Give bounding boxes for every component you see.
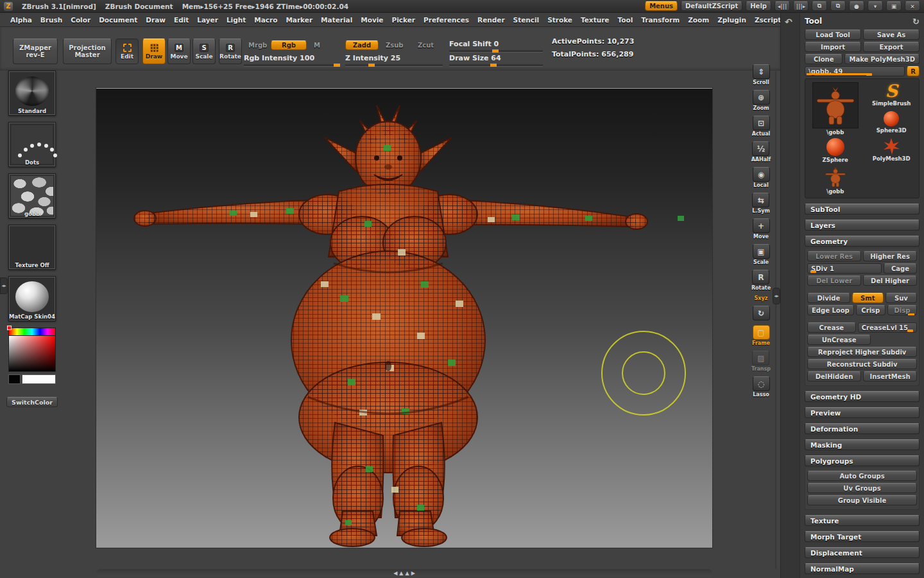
- menubar-item[interactable]: Stroke: [547, 16, 572, 24]
- tool-palette-header[interactable]: Tool ↻: [805, 15, 920, 28]
- m-button[interactable]: M: [309, 40, 325, 50]
- rgb-intensity-slider[interactable]: Rgb Intensity 100: [244, 54, 340, 64]
- menubar-item[interactable]: Preferences: [424, 16, 469, 24]
- section-geometry-hd[interactable]: Geometry HD: [805, 391, 920, 402]
- tool-item-simplebrush[interactable]: S SimpleBrush: [866, 82, 916, 107]
- stroke-selector-dots[interactable]: Dots: [8, 122, 56, 167]
- edit-button[interactable]: Edit: [116, 39, 139, 64]
- menubar-item[interactable]: Layer: [197, 16, 218, 24]
- section-normalmap[interactable]: NormalMap: [805, 563, 920, 574]
- actual-size-tool[interactable]: ⊡Actual: [752, 116, 771, 137]
- menubar-item[interactable]: Movie: [361, 16, 383, 24]
- section-texture[interactable]: Texture: [805, 515, 920, 526]
- menubar-item[interactable]: Stencil: [513, 16, 540, 24]
- minimize-icon[interactable]: ▾: [868, 1, 883, 11]
- section-layers[interactable]: Layers: [805, 220, 920, 231]
- menubar-item[interactable]: Picker: [391, 16, 415, 24]
- texture-selector-gobb[interactable]: gobb: [8, 173, 56, 218]
- focal-shift-slider[interactable]: Focal Shift 0: [449, 40, 543, 50]
- lower-res-button[interactable]: Lower Res: [807, 251, 861, 261]
- crisp-toggle[interactable]: Crisp: [856, 305, 886, 315]
- higher-res-button[interactable]: Higher Res: [863, 251, 917, 261]
- menubar-item[interactable]: Draw: [146, 16, 166, 24]
- tool-item-zsphere[interactable]: ZSphere: [808, 138, 862, 163]
- section-morph-target[interactable]: Morph Target: [805, 531, 920, 542]
- brush-selector-standard[interactable]: Standard: [8, 71, 56, 116]
- crease-button[interactable]: Crease: [807, 322, 856, 333]
- section-geometry[interactable]: Geometry: [805, 236, 920, 247]
- edge-loop-button[interactable]: Edge Loop: [807, 305, 854, 315]
- zoom-tool[interactable]: ⊕Zoom: [753, 90, 770, 111]
- auto-groups-button[interactable]: Auto Groups: [807, 471, 917, 481]
- restore-icon[interactable]: ▣: [886, 1, 902, 11]
- tool-item-gobb[interactable]: \gobb: [808, 166, 862, 195]
- transp-toggle[interactable]: ▨Transp: [751, 351, 771, 372]
- export-button[interactable]: Export: [863, 42, 920, 52]
- menubar-item[interactable]: Marker: [286, 16, 312, 24]
- tool-r-button[interactable]: R: [907, 66, 920, 76]
- insertmesh-button[interactable]: InsertMesh: [863, 371, 917, 381]
- scroll-right-icon[interactable]: |||▸: [793, 1, 809, 11]
- mrgb-button[interactable]: Mrgb: [244, 40, 271, 50]
- section-subtool[interactable]: SubTool: [805, 204, 920, 215]
- del-lower-button[interactable]: Del Lower: [807, 276, 861, 286]
- cage-button[interactable]: Cage: [884, 263, 917, 274]
- rotate-button[interactable]: R Rotate: [219, 39, 242, 64]
- zsub-button[interactable]: Zsub: [381, 40, 407, 50]
- load-tool-button[interactable]: Load Tool: [805, 30, 861, 40]
- group-visible-button[interactable]: Group Visible: [807, 495, 917, 505]
- lasso-tool[interactable]: ◌Lasso: [753, 376, 770, 398]
- scale-button[interactable]: S Scale: [193, 39, 216, 64]
- duplicate-document-icon[interactable]: ⧉: [830, 1, 846, 11]
- menubar-item[interactable]: Edit: [174, 16, 189, 24]
- menubar-item[interactable]: Tool: [617, 16, 633, 24]
- move-canvas-tool[interactable]: +Move: [753, 218, 770, 240]
- section-preview[interactable]: Preview: [805, 407, 920, 418]
- rotate-canvas-tool[interactable]: RRotate: [751, 270, 771, 291]
- close-icon[interactable]: ×: [905, 1, 920, 11]
- import-button[interactable]: Import: [805, 42, 861, 52]
- draw-button[interactable]: Draw: [142, 39, 166, 64]
- menubar-item[interactable]: Zoom: [688, 16, 709, 24]
- smt-toggle[interactable]: Smt: [852, 293, 884, 303]
- switch-color-button[interactable]: SwitchColor: [6, 397, 58, 407]
- sxyz-toggle[interactable]: Sxyz: [755, 295, 768, 301]
- uv-groups-button[interactable]: Uv Groups: [807, 483, 917, 493]
- menubar-item[interactable]: Light: [227, 16, 246, 24]
- uncrease-button[interactable]: UnCrease: [807, 335, 871, 345]
- crease-lvl-slider[interactable]: CreaseLvl 15: [858, 322, 917, 333]
- scroll-tool[interactable]: ⇕Scroll: [753, 64, 770, 85]
- palette-refresh-icon[interactable]: ↻: [912, 17, 920, 26]
- menubar-item[interactable]: Material: [321, 16, 352, 24]
- hue-bar[interactable]: [8, 328, 56, 336]
- aahalf-tool[interactable]: ½AAHalf: [751, 141, 771, 162]
- scroll-left-icon[interactable]: ◂|||: [774, 1, 790, 11]
- section-deformation[interactable]: Deformation: [805, 423, 920, 434]
- disp-toggle[interactable]: Disp: [887, 305, 917, 315]
- suv-toggle[interactable]: Suv: [886, 293, 917, 303]
- help-button[interactable]: Help: [746, 1, 771, 11]
- z-intensity-slider[interactable]: Z Intensity 25: [345, 54, 443, 64]
- document-canvas[interactable]: [96, 88, 712, 548]
- nav-up-icon[interactable]: ▲: [399, 570, 403, 576]
- section-masking[interactable]: Masking: [805, 439, 920, 450]
- projection-master-button[interactable]: Projection Master: [63, 39, 112, 64]
- new-document-icon[interactable]: ⧉: [812, 1, 827, 11]
- current-tool-thumbnail[interactable]: \gobb: [808, 82, 862, 136]
- zcut-button[interactable]: Zcut: [413, 40, 438, 50]
- lsym-tool[interactable]: ⇆L.Sym: [752, 193, 769, 214]
- lock-icon[interactable]: ●: [849, 1, 864, 11]
- move-button[interactable]: M Move: [167, 39, 191, 64]
- reconstruct-subdiv-button[interactable]: Reconstruct Subdiv: [807, 359, 917, 369]
- frame-tool[interactable]: ▢Frame: [752, 325, 770, 346]
- zmapper-button[interactable]: ZMapper rev-E: [13, 39, 58, 64]
- nav-up2-icon[interactable]: ▲: [406, 570, 409, 576]
- tool-item-sphere3d[interactable]: Sphere3D: [866, 111, 916, 134]
- texture-off-selector[interactable]: Texture Off: [8, 225, 56, 270]
- secondary-color-swatch[interactable]: [8, 374, 21, 384]
- local-tool[interactable]: ◉Local: [753, 167, 770, 188]
- canvas-nav-bar[interactable]: ◀ ▲ ▲ ▶: [96, 569, 712, 577]
- divide-button[interactable]: Divide: [807, 293, 850, 303]
- sculpt-model-gobb[interactable]: [96, 89, 712, 548]
- left-tray-handle[interactable]: ◂▸: [0, 277, 8, 294]
